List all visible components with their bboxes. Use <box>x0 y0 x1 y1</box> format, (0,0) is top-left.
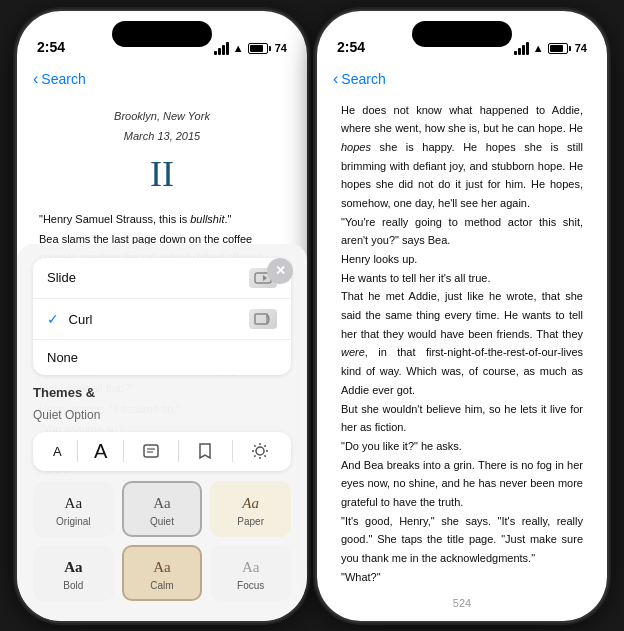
theme-grid: Aa Original Aa Quiet Aa Paper Aa Bold Aa <box>33 481 291 601</box>
checkmark-icon: ✓ <box>47 311 59 327</box>
right-para-7: And Bea breaks into a grin. There is no … <box>341 456 583 512</box>
right-para-6: "Do you like it?" he asks. <box>341 437 583 456</box>
nav-bar-right: ‹ Search <box>317 61 607 97</box>
theme-preview-quiet: Aa <box>153 495 171 512</box>
phones-container: 2:54 ▲ 74 ‹ <box>17 11 607 621</box>
font-decrease-button[interactable]: A <box>53 444 62 459</box>
nav-bar-left: ‹ Search <box>17 61 307 97</box>
svg-line-12 <box>264 445 265 446</box>
dynamic-island <box>112 21 212 47</box>
theme-name-paper: Paper <box>237 516 264 527</box>
battery-icon <box>248 43 271 54</box>
book-content-right: He does not know what happened to Addie,… <box>317 97 607 591</box>
theme-name-original: Original <box>56 516 90 527</box>
font-toolbar: A A <box>33 432 291 471</box>
dynamic-island-right <box>412 21 512 47</box>
overlay-panel: ✕ Slide ✓ Curl <box>17 244 307 621</box>
right-para-0: He does not know what happened to Addie,… <box>341 101 583 213</box>
theme-name-calm: Calm <box>150 580 173 591</box>
back-label-left: Search <box>41 71 85 87</box>
close-button[interactable]: ✕ <box>267 258 293 284</box>
menu-label-none: None <box>47 350 78 365</box>
divider-3 <box>178 440 179 462</box>
signal-icon-right <box>514 42 529 55</box>
slide-menu: Slide ✓ Curl None <box>33 258 291 375</box>
svg-rect-2 <box>144 445 158 457</box>
menu-label-curl: ✓ Curl <box>47 311 92 327</box>
back-chevron-right: ‹ <box>333 70 338 88</box>
theme-focus[interactable]: Aa Focus <box>210 545 291 601</box>
svg-line-11 <box>264 455 265 456</box>
right-para-9: "What?" <box>341 568 583 587</box>
menu-item-slide[interactable]: Slide <box>33 258 291 299</box>
back-label-right: Search <box>341 71 385 87</box>
right-phone: 2:54 ▲ 74 ‹ <box>317 11 607 621</box>
chapter-num: II <box>39 145 285 204</box>
battery-pct-right: 74 <box>575 42 587 54</box>
right-para-8: "It's good, Henry," she says. "It's real… <box>341 512 583 568</box>
status-icons-right: ▲ 74 <box>514 42 587 55</box>
battery-icon-right <box>548 43 571 54</box>
right-para-2: Henry looks up. <box>341 250 583 269</box>
time-left: 2:54 <box>37 39 65 55</box>
theme-preview-bold: Aa <box>64 559 82 576</box>
right-para-5: But she wouldn't believe him, so he lets… <box>341 400 583 437</box>
bookmark-icon[interactable] <box>194 440 216 462</box>
curl-item-right <box>249 309 277 329</box>
wifi-icon: ▲ <box>233 42 244 54</box>
menu-item-none[interactable]: None <box>33 340 291 375</box>
back-button-right[interactable]: ‹ Search <box>333 70 386 88</box>
menu-item-curl[interactable]: ✓ Curl <box>33 299 291 340</box>
theme-name-bold: Bold <box>63 580 83 591</box>
theme-preview-original: Aa <box>65 495 83 512</box>
book-para-0: "Henry Samuel Strauss, this is bullshit.… <box>39 210 285 228</box>
signal-icon <box>214 42 229 55</box>
right-para-1: "You're really going to method actor thi… <box>341 213 583 250</box>
status-icons-left: ▲ 74 <box>214 42 287 55</box>
right-para-3: He wants to tell her it's all true. <box>341 269 583 288</box>
back-button-left[interactable]: ‹ Search <box>33 70 86 88</box>
themes-label: Themes & <box>33 385 95 400</box>
page-number: 524 <box>453 597 471 609</box>
curl-icon <box>249 309 277 329</box>
theme-name-focus: Focus <box>237 580 264 591</box>
battery-pct-left: 74 <box>275 42 287 54</box>
theme-bold[interactable]: Aa Bold <box>33 545 114 601</box>
svg-line-13 <box>254 455 255 456</box>
theme-original[interactable]: Aa Original <box>33 481 114 537</box>
theme-paper[interactable]: Aa Paper <box>210 481 291 537</box>
brightness-icon[interactable] <box>249 440 271 462</box>
font-increase-button[interactable]: A <box>94 440 107 463</box>
svg-rect-1 <box>255 314 267 324</box>
menu-label-slide: Slide <box>47 270 76 285</box>
divider-2 <box>123 440 124 462</box>
book-location2: March 13, 2015 <box>39 127 285 145</box>
theme-preview-focus: Aa <box>242 559 260 576</box>
theme-preview-calm: Aa <box>153 559 171 576</box>
theme-calm[interactable]: Aa Calm <box>122 545 203 601</box>
theme-name-quiet: Quiet <box>150 516 174 527</box>
book-location: Brooklyn, New York <box>39 107 285 125</box>
right-para-10: "My thesis. Remember? I wanted to do it … <box>341 586 583 590</box>
svg-line-10 <box>254 445 255 446</box>
back-chevron-left: ‹ <box>33 70 38 88</box>
theme-quiet[interactable]: Aa Quiet <box>122 481 203 537</box>
theme-preview-paper: Aa <box>242 495 259 512</box>
quiet-label: Quiet Option <box>33 408 291 422</box>
wifi-icon-right: ▲ <box>533 42 544 54</box>
left-phone: 2:54 ▲ 74 ‹ <box>17 11 307 621</box>
font-style-icon[interactable] <box>140 440 162 462</box>
right-para-4: That he met Addie, just like he wrote, t… <box>341 287 583 399</box>
divider-4 <box>232 440 233 462</box>
time-right: 2:54 <box>337 39 365 55</box>
svg-point-5 <box>256 447 264 455</box>
divider-1 <box>77 440 78 462</box>
